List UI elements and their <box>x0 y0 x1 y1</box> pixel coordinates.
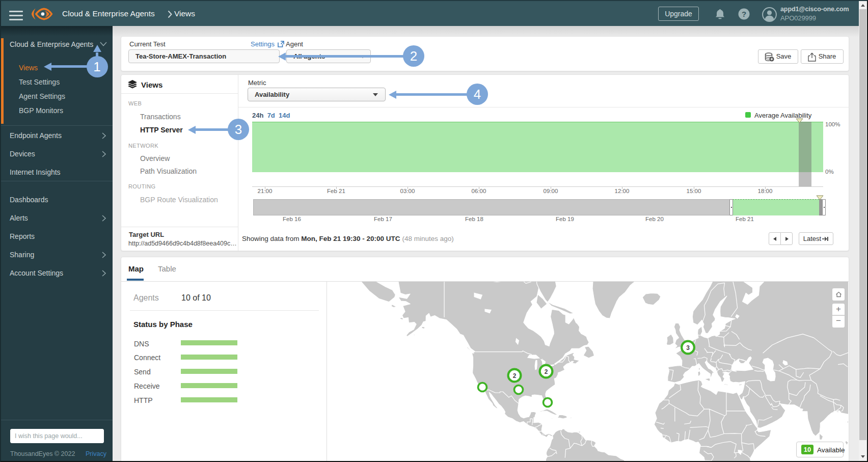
svg-text:3: 3 <box>686 344 690 351</box>
svg-text:?: ? <box>742 10 746 18</box>
svg-text:2: 2 <box>545 368 548 375</box>
svg-text:2: 2 <box>513 372 517 379</box>
